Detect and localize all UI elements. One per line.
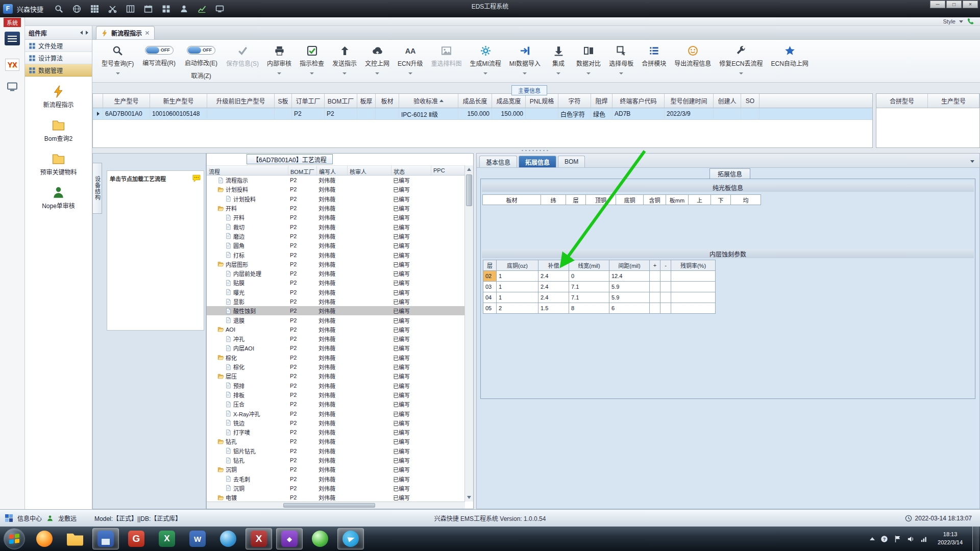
etch-cell[interactable]: 1: [496, 281, 538, 292]
etch-cell[interactable]: [671, 270, 716, 282]
etch-cell[interactable]: 12.4: [609, 270, 650, 282]
grid-column-header[interactable]: 成品宽度: [492, 94, 526, 108]
action-center-icon[interactable]: [894, 535, 901, 543]
etch-cell[interactable]: [671, 292, 716, 303]
taskbar-clock[interactable]: 18:13 2022/3/14: [934, 531, 967, 547]
tree-row[interactable]: 铝片钻孔 P2 刘伟薇 已编写: [207, 446, 465, 456]
taskbar-app-purple-app[interactable]: [276, 528, 303, 549]
columns-icon[interactable]: [124, 3, 136, 14]
grid-column-header[interactable]: 阻焊: [591, 94, 612, 108]
volume-icon[interactable]: [907, 535, 915, 543]
etch-cell[interactable]: 2: [496, 303, 538, 314]
grid-cell[interactable]: P2: [325, 108, 357, 119]
tree-row[interactable]: 沉铜 P2 刘伟薇 已编写: [207, 484, 465, 493]
sidebar-group-1[interactable]: 设计算法: [25, 52, 92, 64]
tree-row[interactable]: 贴膜 P2 刘伟薇 已编写: [207, 278, 465, 287]
grid-column-header[interactable]: 终端客户代码: [612, 94, 665, 108]
scroll-down-icon[interactable]: [467, 496, 471, 499]
etch-cell[interactable]: 02: [483, 270, 497, 282]
tree-row[interactable]: 开料 P2 刘伟薇 已编写: [207, 213, 465, 222]
dropdown-arrow-icon[interactable]: [483, 72, 487, 74]
tree-row[interactable]: 钻孔 P2 刘伟薇 已编写: [207, 437, 465, 446]
ribbon-button[interactable]: 集成: [545, 43, 572, 76]
ribbon-toggle-1[interactable]: OFF 启动修改(E) 取消(Z): [180, 43, 222, 80]
tree-row[interactable]: 棕化 P2 刘伟薇 已编写: [207, 362, 465, 371]
ribbon-button[interactable]: 发送指示: [328, 43, 361, 76]
tree-column-header[interactable]: 核审人: [348, 166, 391, 175]
close-button[interactable]: ×: [963, 1, 978, 8]
etch-row[interactable]: 0412.47.15.9: [483, 292, 715, 303]
sidebar-item[interactable]: 预审关键物料: [40, 152, 77, 176]
ribbon-button[interactable]: MI数据导入: [505, 43, 545, 76]
horizontal-scrollbar[interactable]: [207, 502, 465, 509]
dropdown-arrow-icon[interactable]: [408, 72, 412, 74]
tree-column-header[interactable]: BOM工厂: [288, 166, 317, 175]
etch-row[interactable]: 0521.586: [483, 303, 715, 313]
start-button[interactable]: [4, 528, 25, 549]
tree-row[interactable]: 铣边 P2 刘伟薇 已编写: [207, 418, 465, 428]
grid-cell[interactable]: 150.000: [492, 108, 526, 119]
etch-cell[interactable]: [649, 281, 660, 292]
tree-row[interactable]: 退膜 P2 刘伟薇 已编写: [207, 315, 465, 324]
tree-row[interactable]: 排板 P2 刘伟薇 已编写: [207, 390, 465, 399]
network-icon[interactable]: [920, 535, 928, 543]
tab-基本信息[interactable]: 基本信息: [479, 156, 517, 167]
tree-row[interactable]: 显影 P2 刘伟薇 已编写: [207, 297, 465, 306]
etch-cell[interactable]: 1: [496, 270, 538, 282]
grid-column-header[interactable]: 板材: [376, 94, 399, 108]
taskbar-app-g-app[interactable]: [123, 528, 150, 549]
tree-row[interactable]: 层压 P2 刘伟薇 已编写: [207, 371, 465, 381]
taskbar-app-word[interactable]: [184, 528, 211, 549]
tree-column-header[interactable]: 状态: [391, 166, 431, 175]
grid-cell[interactable]: 6AD7B001A0: [103, 108, 150, 119]
etch-cell[interactable]: 6: [609, 303, 650, 314]
tree-row[interactable]: 钻孔 P2 刘伟薇 已编写: [207, 456, 465, 465]
etch-cell[interactable]: 03: [483, 281, 497, 292]
etch-cell[interactable]: 2.4: [538, 270, 569, 282]
taskbar-app-excel[interactable]: [154, 528, 180, 549]
toggle-switch[interactable]: OFF: [145, 46, 174, 55]
tree-row[interactable]: 内层AOI P2 刘伟薇 已编写: [207, 343, 465, 353]
grid-column-header[interactable]: 升级前旧生产型号: [207, 94, 275, 108]
tab-拓展信息[interactable]: 拓展信息: [519, 156, 556, 167]
grid-cell[interactable]: 绿色: [591, 108, 612, 119]
dropdown-arrow-icon[interactable]: [310, 72, 314, 74]
etch-cell[interactable]: [649, 270, 660, 282]
etch-cell[interactable]: 7.1: [569, 292, 609, 303]
tree-row[interactable]: 内层前处理 P2 刘伟薇 已编写: [207, 269, 465, 278]
grid-icon[interactable]: [88, 3, 101, 14]
tree-row[interactable]: 流程指示 P2 刘伟薇 已编写: [207, 176, 465, 185]
tree-row[interactable]: 压合 P2 刘伟薇 已编写: [207, 399, 465, 409]
tree-row[interactable]: 打字唛 P2 刘伟薇 已编写: [207, 428, 465, 437]
maximize-button[interactable]: □: [946, 1, 962, 8]
etch-cell[interactable]: 8: [569, 303, 609, 314]
ribbon-button[interactable]: 合拼模块: [638, 43, 670, 68]
etch-cell[interactable]: 2.4: [538, 292, 569, 303]
ribbon-button[interactable]: 修复ECN丢流程: [715, 43, 767, 76]
taskbar-app-telegram[interactable]: [337, 528, 364, 549]
dropdown-arrow-icon[interactable]: [342, 72, 347, 74]
splitter-handle[interactable]: [521, 149, 549, 152]
menu-icon[interactable]: [5, 32, 20, 45]
grid-column-header[interactable]: 字符: [558, 94, 591, 108]
tree-row[interactable]: 电镀 P2 刘伟薇 已编写: [207, 493, 465, 502]
dropdown-arrow-icon[interactable]: [739, 72, 743, 74]
etch-cell[interactable]: [649, 303, 660, 314]
style-caret-icon[interactable]: [959, 20, 963, 23]
etch-cell[interactable]: [671, 303, 716, 314]
collapse-left-icon[interactable]: [80, 31, 83, 35]
ribbon-button[interactable]: 文控上网: [361, 43, 394, 76]
etch-cell[interactable]: 1: [496, 292, 538, 303]
etch-cell[interactable]: 1.5: [538, 303, 569, 314]
help-icon[interactable]: [880, 535, 888, 543]
tree-row[interactable]: 酸性蚀刻 P2 刘伟薇 已编写: [207, 306, 465, 315]
tree-row[interactable]: X-Ray冲孔 P2 刘伟薇 已编写: [207, 409, 465, 418]
etch-cell[interactable]: 05: [483, 303, 497, 314]
grid-column-header[interactable]: SO: [741, 94, 760, 108]
grid-cell[interactable]: 白色字符: [558, 108, 591, 119]
style-label[interactable]: Style: [943, 18, 955, 24]
sidebar-item[interactable]: 新流程指示: [43, 85, 74, 109]
ribbon-button[interactable]: 生成MI流程: [465, 43, 505, 76]
etch-cell[interactable]: [660, 281, 671, 292]
tab-BOM[interactable]: BOM: [558, 156, 585, 167]
